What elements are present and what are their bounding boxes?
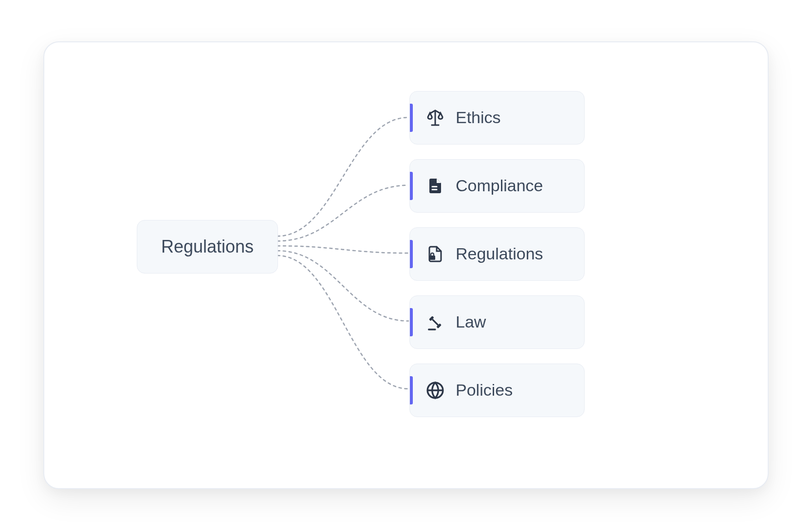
diagram-container: Regulations Ethics bbox=[44, 42, 768, 488]
child-node-law: Law bbox=[409, 295, 585, 349]
child-node-regulations: Regulations bbox=[409, 227, 585, 281]
child-node-compliance: Compliance bbox=[409, 159, 585, 213]
secure-document-icon bbox=[424, 243, 446, 265]
child-label: Policies bbox=[456, 381, 513, 400]
child-node-policies: Policies bbox=[409, 364, 585, 417]
root-node-label: Regulations bbox=[161, 237, 254, 257]
child-label: Ethics bbox=[456, 108, 501, 127]
accent-marker bbox=[410, 172, 413, 200]
accent-marker bbox=[410, 104, 413, 132]
accent-marker bbox=[410, 308, 413, 336]
svg-rect-3 bbox=[429, 256, 435, 260]
svg-rect-5 bbox=[432, 318, 439, 325]
child-node-ethics: Ethics bbox=[409, 91, 585, 145]
root-node: Regulations bbox=[137, 220, 278, 274]
gavel-icon bbox=[424, 311, 446, 333]
child-label: Law bbox=[456, 312, 486, 331]
accent-marker bbox=[410, 240, 413, 268]
scales-icon bbox=[424, 107, 446, 128]
diagram-card: Regulations Ethics bbox=[43, 41, 769, 489]
svg-rect-7 bbox=[428, 329, 436, 330]
child-column: Ethics Compliance bbox=[409, 91, 585, 417]
child-label: Compliance bbox=[456, 176, 543, 195]
child-label: Regulations bbox=[456, 244, 543, 263]
document-icon bbox=[424, 175, 446, 197]
globe-icon bbox=[424, 380, 446, 401]
accent-marker bbox=[410, 376, 413, 404]
